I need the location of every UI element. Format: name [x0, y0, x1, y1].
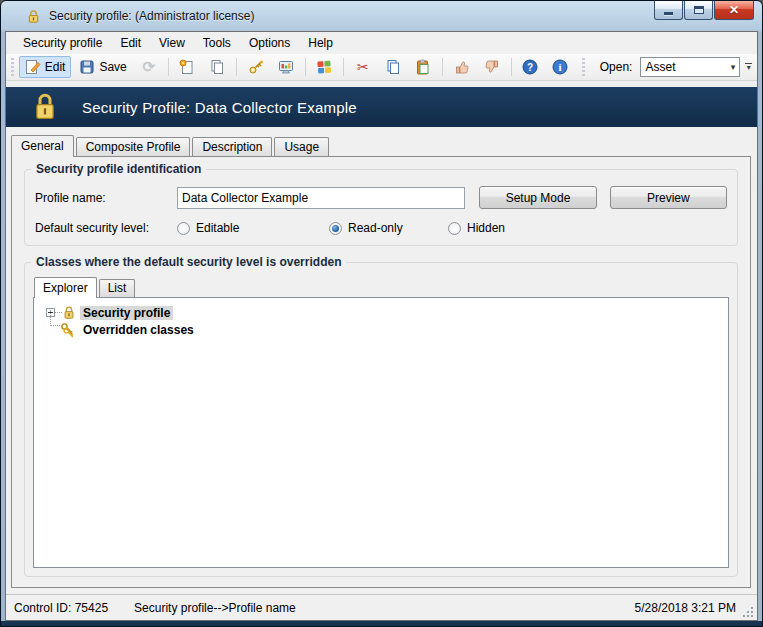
group-overridden-classes: Classes where the default security level… — [24, 262, 738, 577]
toolbar-grip[interactable] — [11, 58, 14, 76]
refresh-button[interactable]: ⟳ — [135, 56, 163, 78]
app-lock-icon — [25, 8, 41, 24]
menu-item-options[interactable]: Options — [240, 33, 299, 53]
chevron-down-icon: ▾ — [731, 62, 736, 72]
classes-tree-panel[interactable]: Security profile — [33, 297, 729, 568]
minimize-button[interactable] — [654, 1, 683, 20]
menu-item-help[interactable]: Help — [299, 33, 342, 53]
menu-item-tools[interactable]: Tools — [194, 33, 240, 53]
tab-general[interactable]: General — [11, 135, 74, 157]
refresh-icon: ⟳ — [141, 59, 157, 75]
toolbar-grip[interactable] — [582, 58, 585, 76]
open-label: Open: — [600, 60, 633, 74]
tree-keys-icon — [60, 322, 76, 338]
copy-icon — [385, 59, 401, 75]
security-level-row: Default security level: Editable Read-on… — [35, 221, 727, 235]
preview-button[interactable]: Preview — [610, 186, 727, 209]
status-datetime: 5/28/2018 3:21 PM — [635, 601, 736, 615]
radio-editable-label: Editable — [196, 221, 239, 235]
main-tabs: General Composite Profile Description Us… — [11, 135, 757, 156]
help-button[interactable]: ? — [516, 56, 544, 78]
caption-buttons: ✕ — [654, 1, 754, 20]
save-icon — [79, 59, 95, 75]
cut-button[interactable]: ✂ — [349, 56, 377, 78]
tab-usage[interactable]: Usage — [274, 137, 329, 156]
window-title: Security profile: (Administrator license… — [49, 9, 254, 23]
tree-node-security-profile[interactable]: Security profile — [80, 306, 173, 320]
menubar: Security profile Edit View Tools Options… — [6, 32, 757, 54]
menu-item-view[interactable]: View — [150, 33, 194, 53]
info-button[interactable]: i — [546, 56, 574, 78]
classes-sub-tabs: Explorer List — [34, 277, 729, 297]
menu-item-security-profile[interactable]: Security profile — [14, 33, 111, 53]
setup-mode-button[interactable]: Setup Mode — [479, 186, 596, 209]
paste-button[interactable] — [409, 56, 437, 78]
toolbar: Edit Save ⟳ — [6, 54, 757, 81]
windows-button[interactable] — [310, 56, 338, 78]
thumbs-up-icon — [454, 59, 470, 75]
group-identification-title: Security profile identification — [31, 162, 206, 176]
wizard-key-button[interactable] — [242, 56, 270, 78]
tree-row-overridden-classes[interactable]: Overridden classes — [46, 321, 724, 338]
copy-button[interactable] — [379, 56, 407, 78]
group-overridden-classes-title: Classes where the default security level… — [31, 255, 346, 269]
tree-lock-icon — [62, 305, 76, 320]
radio-read-only[interactable]: Read-only — [329, 221, 448, 235]
radio-hidden-label: Hidden — [467, 221, 505, 235]
maximize-button[interactable] — [684, 1, 713, 20]
thumbs-up-button[interactable] — [448, 56, 476, 78]
open-combobox[interactable]: Asset ▾ — [640, 57, 740, 77]
menu-item-edit[interactable]: Edit — [111, 33, 150, 53]
new-page-button[interactable] — [173, 56, 201, 78]
toolbar-separator — [511, 58, 512, 76]
toolbar-separator — [236, 58, 237, 76]
sub-tab-list[interactable]: List — [99, 279, 136, 297]
tab-composite-profile[interactable]: Composite Profile — [76, 137, 191, 156]
toolbar-separator — [168, 58, 169, 76]
paste-icon — [415, 59, 431, 75]
radio-read-only-icon — [329, 222, 342, 235]
open-combobox-value: Asset — [645, 60, 730, 74]
tab-description[interactable]: Description — [192, 137, 272, 156]
copy-page-icon — [209, 59, 225, 75]
close-button[interactable]: ✕ — [714, 1, 754, 20]
radio-editable[interactable]: Editable — [177, 221, 329, 235]
tree-branch-connector — [50, 310, 60, 326]
radio-editable-icon — [177, 222, 190, 235]
body: Security Profile: Data Collector Example… — [6, 81, 757, 594]
edit-icon — [25, 59, 41, 75]
thumbs-down-icon — [484, 59, 500, 75]
titlebar[interactable]: Security profile: (Administrator license… — [5, 1, 758, 31]
page-banner: Security Profile: Data Collector Example — [6, 87, 757, 127]
maximize-icon — [694, 6, 704, 14]
tree-row-security-profile[interactable]: Security profile — [46, 304, 724, 321]
status-control-id: Control ID: 75425 — [14, 601, 108, 615]
edit-button[interactable]: Edit — [19, 56, 72, 78]
tree-node-overridden-classes[interactable]: Overridden classes — [80, 323, 197, 337]
presentation-button[interactable] — [272, 56, 300, 78]
edit-button-label: Edit — [45, 60, 66, 74]
info-icon: i — [552, 59, 568, 75]
overflow-arrow-icon: ▾ — [747, 65, 751, 71]
toolbar-overflow-button[interactable]: ▾ — [744, 57, 753, 77]
security-level-label: Default security level: — [35, 221, 177, 235]
close-icon: ✕ — [729, 4, 739, 16]
profile-name-row: Profile name: Setup Mode Preview — [35, 186, 727, 209]
profile-name-input[interactable] — [177, 187, 465, 209]
new-page-icon — [179, 59, 195, 75]
profile-name-label: Profile name: — [35, 191, 177, 205]
thumbs-down-button[interactable] — [478, 56, 506, 78]
page-title: Security Profile: Data Collector Example — [82, 99, 357, 116]
monitor-icon — [278, 59, 294, 75]
client-area: Security profile Edit View Tools Options… — [5, 31, 758, 621]
svg-text:i: i — [559, 61, 562, 73]
key-icon — [248, 59, 264, 75]
resize-grip-icon[interactable] — [742, 606, 754, 618]
cut-icon: ✂ — [355, 59, 371, 75]
radio-hidden[interactable]: Hidden — [448, 221, 505, 235]
save-button[interactable]: Save — [73, 56, 132, 78]
toolbar-separator — [442, 58, 443, 76]
copy-page-button[interactable] — [203, 56, 231, 78]
sub-tab-explorer[interactable]: Explorer — [34, 277, 97, 298]
toolbar-separator — [343, 58, 344, 76]
